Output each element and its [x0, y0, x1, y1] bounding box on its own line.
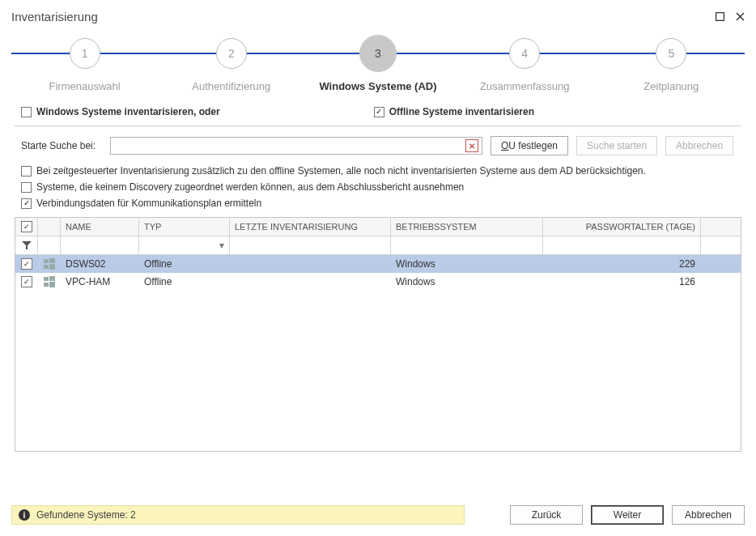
- cell-name: VPC-HAM: [61, 273, 139, 291]
- svg-rect-5: [49, 258, 55, 263]
- checkbox-icon: [21, 182, 32, 193]
- exclude-no-discovery-checkbox[interactable]: Systeme, die keinem Discovery zugeordnet…: [21, 181, 735, 193]
- cell-type: Offline: [139, 255, 230, 273]
- step-label: Zusammenfassung: [456, 80, 593, 92]
- windows-icon: [38, 255, 61, 273]
- window-title: Inventarisierung: [11, 10, 98, 23]
- step-label: Windows Systeme (AD): [309, 80, 447, 92]
- cell-last-inventory: [230, 273, 391, 291]
- offline-systems-checkbox[interactable]: Offline Systeme inventarisieren: [374, 106, 534, 117]
- clear-search-icon[interactable]: ✕: [465, 139, 478, 152]
- step-number: 4: [509, 38, 540, 69]
- filter-last-inventory[interactable]: [230, 236, 391, 254]
- window-controls: [716, 12, 745, 21]
- step-label: Firmenauswahl: [16, 80, 154, 92]
- row-checkbox[interactable]: [15, 273, 38, 291]
- header-name[interactable]: NAME: [61, 218, 139, 236]
- checkbox-label: Bei zeitgesteuerter Inventarisierung zus…: [36, 165, 646, 177]
- options-list: Bei zeitgesteuerter Inventarisierung zus…: [15, 165, 741, 217]
- wizard-stepper: 1 Firmenauswahl 2 Authentifizierung 3 Wi…: [11, 35, 745, 91]
- table-row[interactable]: VPC-HAM Offline Windows 126: [15, 273, 741, 291]
- grid-header-row: NAME TYP LETZTE INVENTARISIERUNG BETRIEB…: [15, 218, 741, 236]
- checkbox-icon: [21, 258, 32, 270]
- status-bar: i Gefundene Systeme: 2: [11, 505, 465, 525]
- filter-funnel[interactable]: [15, 236, 38, 254]
- svg-rect-7: [49, 264, 55, 270]
- close-icon[interactable]: [736, 12, 745, 21]
- cancel-button[interactable]: Abbrechen: [672, 505, 745, 525]
- svg-rect-6: [44, 265, 49, 269]
- scheduled-inventory-checkbox[interactable]: Bei zeitgesteuerter Inventarisierung zus…: [21, 165, 735, 177]
- filter-os-icon[interactable]: [38, 236, 61, 254]
- separator: [15, 125, 741, 126]
- title-bar: Inventarisierung: [11, 8, 745, 32]
- checkbox-icon: [21, 198, 32, 209]
- search-row: Starte Suche bei: ✕ OU festlegen Suche s…: [15, 134, 741, 165]
- cell-spacer: [701, 255, 741, 273]
- mode-checkboxes: Windows Systeme inventarisieren, oder Of…: [15, 101, 741, 125]
- checkbox-icon: [21, 166, 32, 177]
- filter-type-dropdown[interactable]: ▾: [139, 236, 230, 254]
- svg-rect-10: [44, 283, 49, 287]
- row-checkbox[interactable]: [15, 255, 38, 273]
- svg-rect-0: [716, 13, 724, 21]
- filter-name[interactable]: [61, 236, 139, 254]
- filter-os[interactable]: [391, 236, 543, 254]
- back-button[interactable]: Zurück: [510, 505, 583, 525]
- header-type[interactable]: TYP: [139, 218, 230, 236]
- cell-password-age: 126: [543, 273, 701, 291]
- header-select-all[interactable]: [15, 218, 38, 236]
- header-spacer: [701, 218, 741, 236]
- step-summary[interactable]: 4 Zusammenfassung: [456, 35, 593, 92]
- grid-filter-row: ▾: [15, 236, 741, 255]
- windows-icon: [38, 273, 61, 291]
- step-number: 5: [656, 38, 686, 69]
- cell-os: Windows: [391, 273, 543, 291]
- checkbox-label: Windows Systeme inventarisieren, oder: [36, 106, 220, 117]
- filter-password-age[interactable]: [543, 236, 701, 254]
- checkbox-label: Verbindungsdaten für Kommunikationsplan …: [36, 198, 261, 209]
- connection-data-checkbox[interactable]: Verbindungsdaten für Kommunikationsplan …: [21, 198, 735, 209]
- checkbox-icon: [374, 107, 384, 117]
- cell-name: DSWS02: [61, 255, 139, 273]
- header-password-age[interactable]: PASSWORTALTER (TAGE): [543, 218, 701, 236]
- info-icon: i: [19, 509, 30, 521]
- status-text: Gefundene Systeme: 2: [36, 509, 136, 521]
- step-scheduling[interactable]: 5 Zeitplanung: [602, 35, 740, 92]
- step-authentication[interactable]: 2 Authentifizierung: [163, 35, 300, 92]
- search-input[interactable]: ✕: [110, 137, 482, 155]
- chevron-down-icon: ▾: [144, 240, 224, 251]
- checkbox-label: Offline Systeme inventarisieren: [389, 106, 534, 117]
- checkbox-label: Systeme, die keinem Discovery zugeordnet…: [36, 181, 464, 193]
- header-last-inventory[interactable]: LETZTE INVENTARISIERUNG: [230, 218, 391, 236]
- svg-rect-11: [49, 282, 55, 287]
- cell-type: Offline: [139, 273, 230, 291]
- cell-spacer: [701, 273, 741, 291]
- cancel-search-button: Abbrechen: [665, 136, 733, 155]
- footer-bar: i Gefundene Systeme: 2 Zurück Weiter Abb…: [11, 505, 745, 525]
- filter-spacer: [701, 236, 741, 254]
- table-row[interactable]: DSWS02 Offline Windows 229: [15, 255, 741, 273]
- svg-rect-9: [49, 276, 55, 281]
- next-button[interactable]: Weiter: [591, 505, 664, 525]
- cell-last-inventory: [230, 255, 391, 273]
- checkbox-icon: [21, 276, 32, 287]
- cell-os: Windows: [391, 255, 543, 273]
- systems-grid: NAME TYP LETZTE INVENTARISIERUNG BETRIEB…: [15, 217, 741, 452]
- start-search-button: Suche starten: [576, 136, 657, 155]
- header-os-icon: [38, 218, 61, 236]
- header-os[interactable]: BETRIEBSSYSTEM: [391, 218, 543, 236]
- svg-rect-8: [44, 277, 49, 281]
- svg-marker-3: [22, 241, 32, 249]
- cell-password-age: 229: [543, 255, 701, 273]
- step-windows-systems[interactable]: 3 Windows Systeme (AD): [309, 35, 447, 92]
- maximize-icon[interactable]: [716, 12, 724, 21]
- step-number: 1: [70, 38, 100, 69]
- inventory-wizard-window: Inventarisierung 1 Firmenauswahl 2 Authe…: [0, 0, 756, 536]
- svg-rect-4: [44, 259, 49, 263]
- step-label: Zeitplanung: [602, 80, 740, 92]
- step-number: 2: [216, 38, 247, 69]
- step-company-selection[interactable]: 1 Firmenauswahl: [16, 35, 154, 92]
- windows-systems-checkbox[interactable]: Windows Systeme inventarisieren, oder: [21, 106, 220, 117]
- set-ou-button[interactable]: OU festlegen: [491, 136, 568, 155]
